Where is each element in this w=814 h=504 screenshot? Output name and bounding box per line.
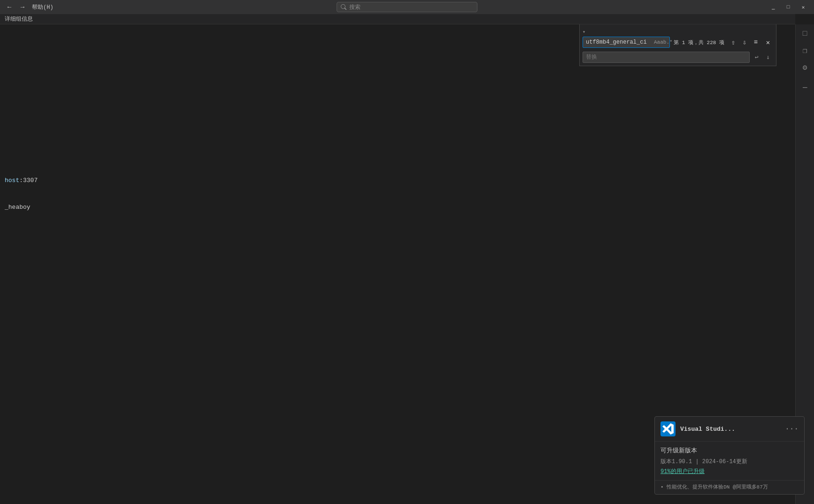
window-maximize-button[interactable]: □ [781, 2, 795, 12]
notification-footer: • 性能优化、提升软件体验DN @阿里哦多87万 [655, 480, 804, 494]
window-close-button[interactable]: ✕ [796, 2, 810, 12]
notification-popup: Visual Studi... ··· 可升级新版本 版本1.90.1 | 20… [654, 416, 805, 495]
replace-input-container[interactable] [583, 52, 750, 63]
code-line-8 [5, 229, 802, 238]
replace-one-button[interactable]: ↩ [752, 52, 762, 62]
code-line-10 [5, 283, 802, 292]
code-line-5 [5, 149, 802, 158]
notification-title-area: Visual Studi... ··· [680, 425, 799, 433]
sidebar-icon-3[interactable]: ⚙ [798, 60, 813, 75]
code-line-14 [5, 390, 802, 399]
code-line-4 [5, 122, 802, 131]
code-line-18 [5, 497, 802, 504]
replace-all-button[interactable]: ⇓ [763, 52, 773, 62]
find-select-all-button[interactable]: ≡ [751, 37, 761, 47]
whole-word-button[interactable]: ab [660, 38, 666, 47]
info-bar: 详细组信息 [0, 14, 795, 24]
find-previous-button[interactable]: ⇧ [728, 37, 738, 47]
find-nav-buttons: ⇧ ⇩ ≡ [728, 37, 761, 47]
code-line-7: _heaboy [5, 203, 802, 212]
notification-app-name: Visual Studi... [680, 426, 735, 433]
notification-more-button[interactable]: ··· [785, 425, 799, 433]
find-row: Aa ab .* 第 1 项，共 228 项 ⇧ ⇩ ≡ ✕ [583, 37, 773, 48]
nav-forward-button[interactable]: → [17, 1, 28, 13]
sidebar-icon-1[interactable]: □ [798, 26, 813, 41]
vscode-logo-icon [662, 423, 674, 435]
title-search-bar[interactable]: 搜索 [337, 2, 477, 12]
notification-upgrade-link[interactable]: 91%的用户已升级 [660, 467, 799, 475]
notification-icon [660, 421, 676, 436]
code-line-12 [5, 336, 802, 345]
replace-input[interactable] [586, 54, 746, 61]
find-toggle-button[interactable]: ▾ [583, 29, 590, 37]
window-controls: ⎯ □ ✕ [766, 2, 810, 12]
vscode-icon [660, 421, 676, 436]
find-replace-widget: ▾ Aa ab .* 第 1 项，共 228 项 ⇧ ⇩ ≡ ✕ ↩ [579, 24, 776, 66]
code-line-13 [5, 363, 802, 372]
notification-version-text: 版本1.90.1 | 2024-06-14更新 [660, 458, 799, 466]
app-title: 帮助(H) [32, 3, 54, 11]
info-bar-text: 详细组信息 [5, 15, 33, 23]
notification-header: Visual Studi... ··· [655, 417, 804, 442]
code-line-9 [5, 256, 802, 265]
title-bar-nav: ← → [4, 1, 28, 13]
notification-footer-text: • 性能优化、提升软件体验DN @阿里哦多87万 [660, 483, 799, 490]
code-line-11 [5, 310, 802, 319]
find-input[interactable] [586, 39, 654, 46]
sidebar-icon-4[interactable]: ⎯ [798, 77, 813, 92]
window-minimize-button[interactable]: ⎯ [766, 2, 780, 12]
notification-body: 可升级新版本 版本1.90.1 | 2024-06-14更新 91%的用户已升级 [655, 442, 804, 480]
sidebar-icon-2[interactable]: ❐ [798, 43, 813, 58]
replace-row: ↩ ⇓ [583, 52, 773, 63]
title-bar-left: ← → 帮助(H) [4, 1, 54, 13]
title-bar: ← → 帮助(H) 搜索 ⎯ □ ✕ [0, 0, 814, 14]
code-line-3 [5, 96, 802, 105]
code-line-6: host:3307 [5, 176, 802, 185]
search-placeholder: 搜索 [349, 3, 361, 11]
find-close-button[interactable]: ✕ [763, 37, 773, 47]
nav-back-button[interactable]: ← [4, 1, 15, 13]
search-icon [341, 4, 346, 10]
code-line-2 [5, 69, 802, 78]
notification-main-text: 可升级新版本 [660, 446, 799, 455]
replace-action-buttons: ↩ ⇓ [752, 52, 773, 62]
find-count: 第 1 项，共 228 项 [672, 39, 726, 46]
find-input-container[interactable]: Aa ab .* [583, 37, 670, 48]
match-case-button[interactable]: Aa [654, 38, 660, 47]
find-next-button[interactable]: ⇩ [739, 37, 750, 47]
